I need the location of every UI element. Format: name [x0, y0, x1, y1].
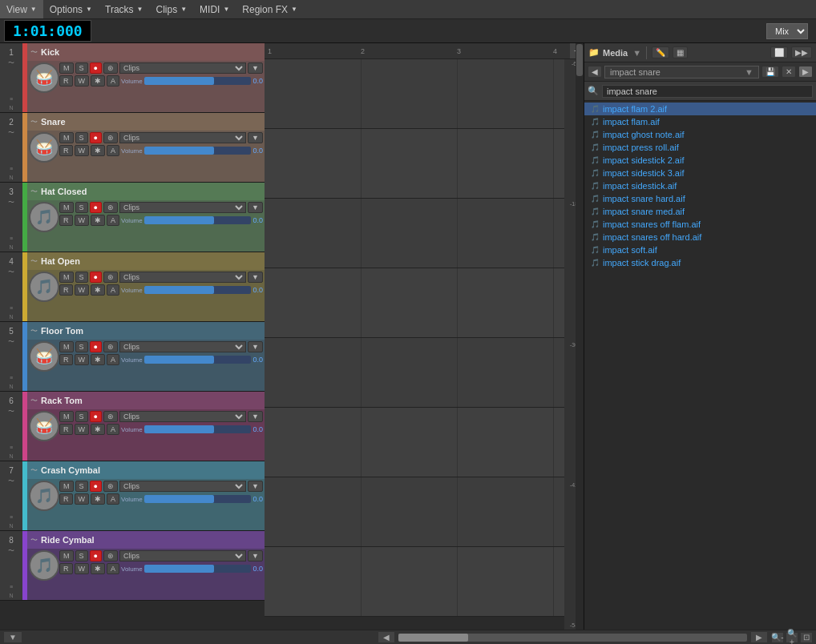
track-name-8[interactable]: Ride Cymbal	[41, 535, 95, 545]
save-search-button[interactable]: 💾	[761, 66, 779, 78]
track-r-btn-6[interactable]: R	[59, 424, 73, 435]
play-button[interactable]: ▶	[798, 66, 813, 78]
search-input[interactable]	[602, 85, 813, 98]
time-display[interactable]: 1:01:000	[4, 20, 91, 42]
media-file-item-7[interactable]: 🎵impact snare hard.aif	[584, 192, 816, 205]
track-a-btn-1[interactable]: A	[107, 75, 119, 87]
track-r-btn-7[interactable]: R	[59, 493, 73, 505]
media-file-item-6[interactable]: 🎵impact sidestick.aif	[584, 179, 816, 192]
track-fx-btn-7[interactable]: ⊛	[103, 481, 118, 492]
media-file-item-1[interactable]: 🎵impact flam.aif	[584, 115, 816, 128]
track-s-btn-1[interactable]: S	[75, 62, 88, 74]
track-a-btn-7[interactable]: A	[107, 493, 119, 505]
track-vol-slider-6[interactable]	[144, 425, 252, 433]
track-clips-dropdown-7[interactable]: Clips	[119, 481, 246, 492]
track-name-5[interactable]: Floor Tom	[41, 326, 83, 336]
track-s-btn-4[interactable]: S	[75, 272, 88, 283]
track-w-btn-8[interactable]: W	[75, 563, 90, 574]
track-rec-btn-8[interactable]: ●	[90, 550, 102, 561]
track-rec-btn-7[interactable]: ●	[90, 481, 102, 492]
track-s-btn-6[interactable]: S	[75, 411, 88, 422]
midi-menu[interactable]: MIDI ▼	[193, 0, 236, 18]
media-file-item-12[interactable]: 🎵impact stick drag.aif	[584, 256, 816, 269]
track-r-btn-1[interactable]: R	[59, 75, 73, 87]
track-m-btn-5[interactable]: M	[59, 341, 74, 352]
track-rec-btn-5[interactable]: ●	[90, 341, 102, 352]
track-name-7[interactable]: Crash Cymbal	[41, 465, 100, 475]
track-vol-slider-8[interactable]	[144, 565, 252, 573]
track-star-btn-7[interactable]: ✱	[91, 493, 105, 505]
track-a-btn-8[interactable]: A	[107, 563, 119, 574]
clips-menu[interactable]: Clips ▼	[149, 0, 193, 18]
track-clips-arrow-5[interactable]: ▼	[248, 341, 263, 352]
track-s-btn-2[interactable]: S	[75, 132, 88, 143]
track-vol-slider-1[interactable]	[144, 77, 252, 85]
track-rec-btn-3[interactable]: ●	[90, 202, 102, 213]
track-m-btn-7[interactable]: M	[59, 481, 74, 492]
region-fx-menu[interactable]: Region FX ▼	[236, 0, 304, 18]
media-file-item-3[interactable]: 🎵impact press roll.aif	[584, 141, 816, 154]
track-rec-btn-1[interactable]: ●	[90, 62, 102, 74]
track-w-btn-6[interactable]: W	[75, 424, 90, 435]
track-name-1[interactable]: Kick	[41, 47, 59, 57]
track-s-btn-7[interactable]: S	[75, 481, 88, 492]
track-a-btn-6[interactable]: A	[107, 424, 119, 435]
zoom-out-btn[interactable]: 🔍-	[771, 632, 784, 643]
track-rec-btn-6[interactable]: ●	[90, 411, 102, 422]
track-name-4[interactable]: Hat Open	[41, 256, 80, 266]
track-fx-btn-4[interactable]: ⊛	[103, 272, 118, 283]
track-w-btn-7[interactable]: W	[75, 493, 90, 505]
track-vol-slider-2[interactable]	[144, 147, 252, 155]
track-star-btn-8[interactable]: ✱	[91, 563, 105, 574]
track-vol-slider-7[interactable]	[144, 495, 252, 503]
track-fx-btn-3[interactable]: ⊛	[103, 202, 118, 213]
track-fx-btn-6[interactable]: ⊛	[103, 411, 118, 422]
scroll-left-btn[interactable]: ◀	[378, 631, 395, 643]
track-r-btn-3[interactable]: R	[59, 215, 73, 226]
track-fx-btn-1[interactable]: ⊛	[103, 62, 118, 74]
track-clips-arrow-3[interactable]: ▼	[248, 202, 263, 213]
track-fx-btn-5[interactable]: ⊛	[103, 341, 118, 352]
grid-icon-button[interactable]: ▦	[673, 46, 688, 58]
media-file-item-0[interactable]: 🎵impact flam 2.aif	[584, 103, 816, 115]
track-star-btn-3[interactable]: ✱	[91, 215, 105, 226]
options-menu[interactable]: Options ▼	[43, 0, 99, 18]
track-a-btn-3[interactable]: A	[107, 215, 119, 226]
track-star-btn-4[interactable]: ✱	[91, 284, 105, 296]
track-clips-arrow-7[interactable]: ▼	[248, 481, 263, 492]
track-star-btn-2[interactable]: ✱	[91, 145, 105, 156]
track-m-btn-3[interactable]: M	[59, 202, 74, 213]
media-file-item-8[interactable]: 🎵impact snare med.aif	[584, 205, 816, 218]
media-file-item-9[interactable]: 🎵impact snares off flam.aif	[584, 218, 816, 231]
track-s-btn-8[interactable]: S	[75, 550, 88, 561]
track-vol-slider-5[interactable]	[144, 356, 252, 364]
mix-dropdown[interactable]: Mix	[766, 23, 808, 39]
track-clips-arrow-4[interactable]: ▼	[248, 272, 263, 283]
track-name-3[interactable]: Hat Closed	[41, 187, 87, 196]
track-r-btn-4[interactable]: R	[59, 284, 73, 296]
track-clips-arrow-1[interactable]: ▼	[248, 62, 263, 74]
track-clips-dropdown-3[interactable]: Clips	[119, 202, 246, 213]
track-rec-btn-4[interactable]: ●	[90, 272, 102, 283]
track-clips-arrow-8[interactable]: ▼	[248, 550, 263, 561]
track-s-btn-5[interactable]: S	[75, 341, 88, 352]
track-clips-arrow-6[interactable]: ▼	[248, 411, 263, 422]
track-clips-dropdown-6[interactable]: Clips	[119, 411, 246, 422]
track-w-btn-5[interactable]: W	[75, 354, 90, 365]
track-star-btn-1[interactable]: ✱	[91, 75, 105, 87]
track-star-btn-6[interactable]: ✱	[91, 424, 105, 435]
more-button[interactable]: ▶▶	[791, 46, 812, 58]
back-icon-button[interactable]: ◀	[588, 66, 602, 78]
track-r-btn-5[interactable]: R	[59, 354, 73, 365]
media-file-item-2[interactable]: 🎵impact ghost note.aif	[584, 128, 816, 141]
track-star-btn-5[interactable]: ✱	[91, 354, 105, 365]
track-clips-dropdown-1[interactable]: Clips	[119, 62, 246, 74]
track-clips-arrow-2[interactable]: ▼	[248, 132, 263, 143]
track-clips-dropdown-4[interactable]: Clips	[119, 272, 246, 283]
scroll-right-btn[interactable]: ▶	[750, 631, 768, 643]
zoom-in-btn[interactable]: 🔍+	[786, 632, 798, 643]
track-a-btn-2[interactable]: A	[107, 145, 119, 156]
track-a-btn-4[interactable]: A	[107, 284, 119, 296]
track-name-6[interactable]: Rack Tom	[41, 396, 83, 405]
track-fx-btn-8[interactable]: ⊛	[103, 550, 118, 561]
